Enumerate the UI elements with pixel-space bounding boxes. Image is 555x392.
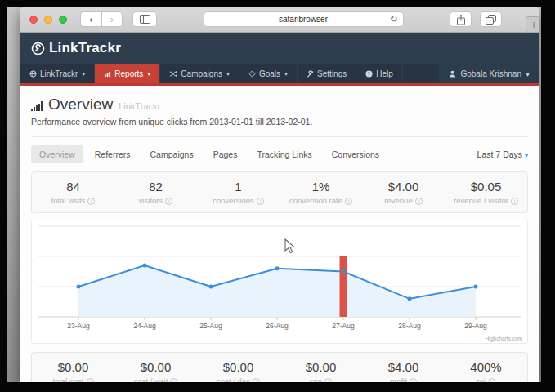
address-bar-text: safaribrowser	[279, 15, 328, 24]
stat-label: cpai	[280, 376, 362, 382]
minimize-window-button[interactable]	[44, 16, 52, 24]
stat-roi: 400% roii	[445, 360, 527, 382]
titlebar-right-buttons	[450, 11, 502, 27]
stat-value: $0.05	[445, 180, 527, 194]
main-nav: LinkTrackr ▾ Reports ▾ Camp	[20, 64, 539, 83]
stat-label: conversion ratei	[280, 196, 362, 205]
stat-value: $4.00	[362, 360, 445, 374]
stat-cost-visit: $0.00 cost / visiti	[114, 360, 197, 382]
stat-value: $0.00	[114, 360, 197, 374]
info-icon[interactable]: i	[87, 198, 95, 205]
stat-revenue-visitor: $0.05 revenue / visitori	[445, 180, 527, 205]
stat-label: revenuei	[362, 196, 445, 205]
chart-icon	[104, 70, 111, 78]
stat-value: $0.00	[197, 360, 280, 374]
stat-value: $0.00	[32, 360, 114, 374]
nav-item-campaigns[interactable]: Campaigns ▾	[160, 64, 239, 83]
nav-label: Help	[376, 69, 393, 78]
info-icon[interactable]: i	[345, 198, 352, 205]
user-icon	[449, 70, 456, 78]
sidebar-toggle-button[interactable]	[132, 11, 157, 27]
stat-label: roii	[445, 376, 527, 382]
svg-text:29-Aug: 29-Aug	[464, 322, 487, 330]
close-window-button[interactable]	[29, 16, 38, 24]
nav-item-reports[interactable]: Reports ▾	[95, 64, 160, 83]
stat-label: total costi	[32, 376, 114, 382]
nav-label: LinkTrackr	[40, 69, 78, 78]
date-range-label: Last 7 Days	[477, 149, 522, 159]
globe-icon	[29, 70, 37, 78]
info-icon[interactable]: i	[257, 198, 264, 205]
stat-label: profiti	[362, 376, 445, 382]
linktrackr-brand[interactable]: LinkTrackr	[31, 40, 121, 56]
chart-panel: 23-Aug24-Aug25-Aug26-Aug27-Aug28-Aug29-A…	[31, 220, 528, 344]
stat-label: cost / visiti	[114, 376, 197, 382]
screenshot-frame: ‹ › safaribrowser ↻	[0, 0, 555, 392]
user-menu[interactable]: Gobala Krishnan ▾	[439, 64, 539, 83]
chart-credit[interactable]: Highcharts.com	[486, 336, 522, 341]
nav-label: Goals	[259, 69, 280, 78]
stat-label: visitorsi	[114, 196, 197, 205]
brand-name: LinkTrackr	[49, 40, 121, 56]
info-icon[interactable]: i	[165, 198, 172, 205]
chevron-down-icon: ▾	[82, 70, 85, 78]
page-title-suffix: LinkTrackr	[119, 101, 160, 114]
tab-overview[interactable]: Overview	[31, 145, 83, 163]
stat-label: total visitsi	[32, 196, 114, 205]
info-icon[interactable]: i	[87, 378, 94, 383]
stats-panel-top: 84 total visitsi 82 visitorsi 1 conversi…	[31, 172, 528, 213]
nav-item-help[interactable]: ? Help	[356, 64, 403, 83]
nav-item-goals[interactable]: Goals ▾	[239, 64, 298, 83]
stats-panel-bottom: $0.00 total costi $0.00 cost / visiti $0…	[31, 352, 528, 382]
svg-text:28-Aug: 28-Aug	[398, 322, 421, 330]
share-icon	[456, 14, 466, 25]
nav-label: Campaigns	[181, 69, 222, 78]
info-icon[interactable]: i	[488, 378, 495, 383]
nav-item-settings[interactable]: Settings	[298, 64, 356, 83]
nav-label: Settings	[317, 69, 347, 78]
zoom-window-button[interactable]	[59, 16, 67, 24]
user-name: Gobala Krishnan	[460, 69, 521, 78]
page-head: Overview LinkTrackr Performance overview…	[31, 96, 528, 137]
shuffle-icon	[169, 70, 177, 78]
stat-conversion-rate: 1% conversion ratei	[280, 180, 362, 205]
tab-overview-button[interactable]	[480, 11, 502, 27]
tab-pages[interactable]: Pages	[205, 145, 246, 163]
info-icon[interactable]: i	[253, 378, 260, 383]
tab-tracking-links[interactable]: Tracking Links	[248, 145, 320, 163]
stat-value: $0.00	[280, 360, 362, 374]
info-icon[interactable]: i	[415, 198, 423, 205]
back-button[interactable]: ‹	[80, 11, 101, 27]
info-icon[interactable]: i	[410, 378, 417, 383]
forward-button[interactable]: ›	[101, 11, 123, 27]
date-range-dropdown[interactable]: Last 7 Days ▾	[477, 149, 528, 159]
nav-spacer	[403, 64, 440, 83]
diamond-icon	[248, 70, 256, 78]
address-bar[interactable]: safaribrowser ↻	[204, 11, 404, 27]
tab-campaigns[interactable]: Campaigns	[142, 145, 202, 163]
overview-chart[interactable]: 23-Aug24-Aug25-Aug26-Aug27-Aug28-Aug29-A…	[32, 220, 527, 340]
chevron-down-icon: ▾	[147, 70, 150, 78]
info-icon[interactable]: i	[324, 378, 332, 383]
info-icon[interactable]: i	[511, 198, 518, 205]
svg-text:23-Aug: 23-Aug	[67, 322, 90, 330]
svg-text:26-Aug: 26-Aug	[266, 322, 289, 330]
svg-text:25-Aug: 25-Aug	[199, 322, 222, 330]
wrench-icon	[307, 70, 314, 78]
tab-referrers[interactable]: Referrers	[87, 145, 139, 163]
stat-value: 400%	[445, 360, 527, 374]
bar-chart-icon	[31, 101, 43, 114]
stat-label: conversionsi	[197, 196, 280, 205]
new-tab-button[interactable]: +	[526, 16, 539, 33]
share-button[interactable]	[450, 11, 472, 27]
nav-label: Reports	[114, 69, 143, 78]
tabs-row: Overview Referrers Campaigns Pages Track…	[31, 145, 528, 163]
page-content: Overview LinkTrackr Performance overview…	[20, 86, 539, 382]
chevron-down-icon: ▾	[526, 69, 530, 78]
info-icon[interactable]: i	[170, 378, 177, 383]
nav-item-linktrackr[interactable]: LinkTrackr ▾	[20, 64, 95, 83]
sidebar-icon	[140, 15, 150, 24]
reload-icon[interactable]: ↻	[389, 13, 397, 24]
stat-label: cost / dayi	[197, 376, 280, 382]
tab-conversions[interactable]: Conversions	[324, 145, 387, 163]
